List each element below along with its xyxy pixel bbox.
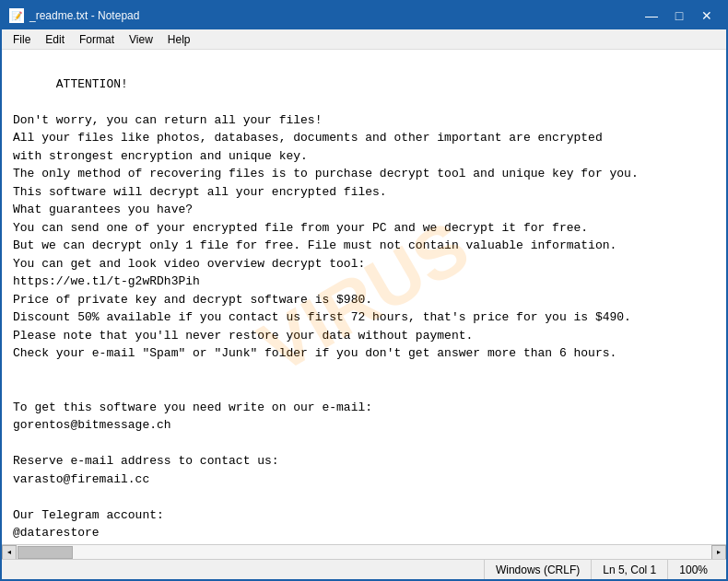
scroll-thumb-x[interactable]: [18, 546, 73, 559]
menu-format[interactable]: Format: [72, 31, 122, 47]
status-line-col: Ln 5, Col 1: [591, 560, 667, 579]
notepad-window: 📝 _readme.txt - Notepad — □ ✕ File Edit …: [0, 0, 728, 581]
minimize-button[interactable]: —: [640, 6, 663, 25]
scroll-left-button[interactable]: ◂: [2, 545, 17, 560]
text-editor[interactable]: VIRUSATTENTION! Don't worry, you can ret…: [2, 50, 726, 544]
menu-view[interactable]: View: [122, 31, 160, 47]
status-bar: Windows (CRLF) Ln 5, Col 1 100%: [2, 559, 726, 579]
content-area: VIRUSATTENTION! Don't worry, you can ret…: [2, 50, 726, 544]
scroll-track-x[interactable]: [17, 545, 711, 560]
watermark: VIRUS: [239, 192, 489, 401]
title-controls: — □ ✕: [640, 6, 719, 25]
menu-edit[interactable]: Edit: [38, 31, 72, 47]
menu-bar: File Edit Format View Help: [2, 29, 726, 50]
maximize-button[interactable]: □: [667, 6, 691, 25]
close-button[interactable]: ✕: [695, 6, 719, 25]
notepad-icon: 📝: [9, 8, 24, 23]
status-zoom: 100%: [667, 560, 719, 579]
menu-help[interactable]: Help: [160, 31, 198, 47]
title-bar-left: 📝 _readme.txt - Notepad: [9, 8, 139, 23]
title-bar: 📝 _readme.txt - Notepad — □ ✕: [2, 2, 726, 29]
menu-file[interactable]: File: [6, 31, 38, 47]
status-encoding: Windows (CRLF): [484, 560, 591, 579]
window-title: _readme.txt - Notepad: [29, 9, 139, 22]
scrollbar-horizontal[interactable]: ◂ ▸: [2, 544, 726, 559]
scroll-right-button[interactable]: ▸: [711, 545, 726, 560]
